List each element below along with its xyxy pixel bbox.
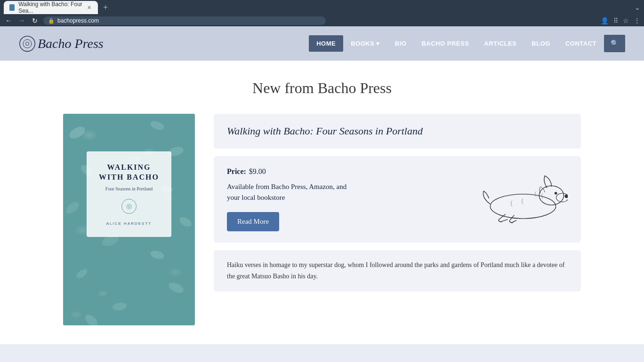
search-icon: 🔍 [611,40,619,47]
nav-bio[interactable]: BIO [387,35,414,52]
book-full-title: Walking with Bacho: Four Seasons in Port… [227,125,568,137]
nav-articles[interactable]: ARTICLES [476,35,524,52]
svg-point-10 [178,215,193,228]
svg-point-15 [112,302,127,312]
search-button[interactable]: 🔍 [604,35,625,52]
active-tab[interactable]: Walking with Bacho: Four Sea... ✕ [4,1,98,14]
book-title-card: Walking with Bacho: Four Seasons in Port… [214,114,581,149]
reload-button[interactable]: ↻ [30,17,40,25]
footer-area [0,344,644,362]
book-detail-left: Price: $9.00 Available from Bacho Press,… [227,167,469,231]
svg-point-1 [23,39,32,48]
svg-point-16 [83,312,99,325]
url-text: bachopress.com [57,17,99,24]
book-cover-subtitle: Four Seasons in Portland [96,186,162,191]
profile-icon[interactable]: 👤 [601,17,609,25]
svg-point-12 [149,249,165,260]
tab-bar: Walking with Bacho: Four Sea... ✕ + ⌄ [0,0,644,15]
book-description: Haiku verses in homage to my superstar d… [227,260,568,282]
book-detail-area: Price: $9.00 Available from Bacho Press,… [227,167,568,231]
address-bar: ← → ↻ 🔒 bachopress.com 👤 ⠿ ☆ ⋮ [0,15,644,26]
svg-point-20 [564,195,568,198]
tab-close-button[interactable]: ✕ [86,4,92,11]
svg-point-21 [555,192,557,195]
nav-books[interactable]: BOOKS ▾ [343,35,387,52]
new-tab-button[interactable]: + [100,2,111,13]
bookmark-icon[interactable]: ☆ [623,17,629,25]
tab-title: Walking with Bacho: Four Sea... [18,1,82,14]
book-availability: Available from Bacho Press, Amazon, and … [227,181,349,203]
page-title: New from Bacho Press [28,79,616,97]
logo-icon [19,35,36,52]
lock-icon: 🔒 [48,18,55,24]
url-bar[interactable]: 🔒 bachopress.com [43,16,326,25]
chevron-down-icon: ▾ [376,40,380,47]
nav-home[interactable]: HOME [309,35,343,52]
price-row: Price: $9.00 [227,167,469,176]
svg-point-13 [75,268,89,280]
svg-point-4 [149,119,165,131]
svg-point-17 [490,194,555,219]
book-section: WALKING WITH BACHO Four Seasons in Portl… [63,114,581,325]
main-content: New from Bacho Press [0,61,644,344]
price-label: Price: [227,167,246,176]
site-nav: HOME BOOKS ▾ BIO BACHO PRESS ARTICLES BL… [309,35,625,52]
nav-blog[interactable]: BLOG [524,35,558,52]
logo-text: Bacho Press [38,36,104,51]
svg-point-0 [20,36,35,51]
menu-icon[interactable]: ⋮ [634,17,640,25]
book-cover-author: ALICE HARDESTT [96,221,162,226]
book-emblem: ◎ [121,199,137,214]
browser-chrome: Walking with Bacho: Four Sea... ✕ + ⌄ ← … [0,0,644,26]
book-cover-title: WALKING WITH BACHO [96,163,162,182]
nav-contact[interactable]: CONTACT [558,35,604,52]
browser-actions: 👤 ⠿ ☆ ⋮ [601,17,640,25]
book-description-card: Haiku verses in homage to my superstar d… [214,250,581,291]
extensions-icon[interactable]: ⠿ [613,17,618,25]
svg-point-9 [64,200,81,216]
svg-point-3 [67,124,87,141]
site-header: Bacho Press HOME BOOKS ▾ BIO BACHO PRESS… [0,26,644,61]
dog-illustration [478,163,568,224]
tab-favicon [9,4,15,11]
nav-bacho-press[interactable]: BACHO PRESS [414,35,476,52]
site-logo[interactable]: Bacho Press [19,35,104,52]
tab-right-controls: ⌄ [635,4,640,12]
book-info: Walking with Bacho: Four Seasons in Port… [214,114,581,291]
price-value: $9.00 [249,167,266,176]
book-cover: WALKING WITH BACHO Four Seasons in Portl… [63,114,195,325]
forward-button[interactable]: → [17,17,26,24]
svg-point-14 [167,281,185,295]
book-purchase-card: Price: $9.00 Available from Bacho Press,… [214,156,581,243]
back-button[interactable]: ← [4,17,13,24]
svg-point-2 [25,42,29,45]
book-cover-inner: WALKING WITH BACHO Four Seasons in Portl… [87,151,171,237]
read-more-button[interactable]: Read More [227,212,279,231]
